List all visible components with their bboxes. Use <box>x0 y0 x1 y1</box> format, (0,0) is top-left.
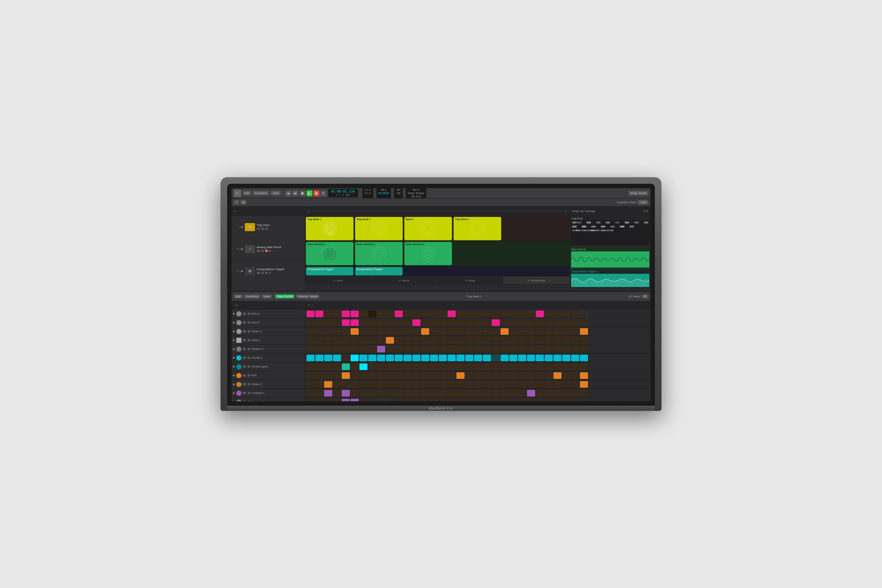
step[interactable] <box>395 310 403 317</box>
seq-m-kick2[interactable]: M <box>243 321 246 324</box>
step[interactable] <box>501 320 508 326</box>
step[interactable] <box>571 346 579 352</box>
step[interactable] <box>544 337 553 344</box>
step[interactable] <box>456 320 465 326</box>
step[interactable] <box>571 328 579 335</box>
step[interactable] <box>474 346 482 352</box>
step[interactable] <box>501 399 508 401</box>
step[interactable] <box>421 390 429 396</box>
step[interactable] <box>562 355 570 361</box>
step[interactable] <box>474 337 482 344</box>
step[interactable] <box>368 320 376 326</box>
step[interactable] <box>342 355 350 361</box>
step[interactable] <box>554 346 561 352</box>
step[interactable] <box>386 337 394 344</box>
cycle-btn[interactable]: ↻ <box>321 190 326 196</box>
step[interactable] <box>430 381 438 388</box>
step[interactable] <box>483 337 491 344</box>
seq-expand-kick1[interactable]: ▶ <box>233 312 235 315</box>
step[interactable] <box>359 399 368 401</box>
step[interactable] <box>324 310 332 317</box>
seq-m-rim[interactable]: M <box>243 374 246 376</box>
step[interactable] <box>474 390 482 396</box>
step[interactable] <box>509 363 518 370</box>
step[interactable] <box>492 328 500 335</box>
step[interactable] <box>404 337 412 344</box>
step[interactable] <box>465 355 473 361</box>
step[interactable] <box>359 320 368 326</box>
step[interactable] <box>412 328 420 335</box>
step[interactable] <box>324 355 332 361</box>
step[interactable] <box>377 310 385 317</box>
step[interactable] <box>439 346 447 352</box>
step[interactable] <box>448 346 456 352</box>
step[interactable] <box>351 381 358 388</box>
step[interactable] <box>421 328 429 335</box>
step[interactable] <box>342 372 350 379</box>
step[interactable] <box>324 337 332 344</box>
step[interactable] <box>571 372 579 379</box>
step[interactable] <box>509 346 518 352</box>
step[interactable] <box>386 310 394 317</box>
step[interactable] <box>412 320 420 326</box>
step[interactable] <box>412 381 420 388</box>
step[interactable] <box>465 381 473 388</box>
step[interactable] <box>518 320 526 326</box>
step[interactable] <box>448 355 456 361</box>
view-menu[interactable]: View <box>270 191 280 195</box>
seq-m-shaker2[interactable]: M <box>243 348 246 350</box>
seq-s-snare2[interactable]: S <box>248 383 250 386</box>
step[interactable] <box>404 355 412 361</box>
beat-cell-beat4[interactable]: Trap Beat 4 <box>453 217 501 240</box>
step[interactable] <box>518 355 526 361</box>
step[interactable] <box>333 390 341 396</box>
step[interactable] <box>527 355 535 361</box>
step[interactable] <box>333 310 341 317</box>
step[interactable] <box>404 328 412 335</box>
step[interactable] <box>536 355 544 361</box>
step[interactable] <box>342 363 350 370</box>
step[interactable] <box>536 399 544 401</box>
step[interactable] <box>421 337 429 344</box>
step[interactable] <box>465 390 473 396</box>
step[interactable] <box>456 328 465 335</box>
step[interactable] <box>492 372 500 379</box>
step[interactable] <box>571 363 579 370</box>
step[interactable] <box>580 346 588 352</box>
seq-expand-hihat-open[interactable]: ▶ <box>233 365 235 368</box>
step[interactable] <box>465 372 473 379</box>
seq-expand-rim[interactable]: ▶ <box>233 374 235 377</box>
seq-expand-snare2[interactable]: ▶ <box>233 382 235 386</box>
step[interactable] <box>342 399 350 401</box>
step[interactable] <box>324 320 332 326</box>
step[interactable] <box>580 399 588 401</box>
step[interactable] <box>351 363 358 370</box>
forward-btn[interactable]: ⏭ <box>292 190 298 196</box>
seq-s-snare1[interactable]: S <box>248 330 250 333</box>
step[interactable] <box>368 381 376 388</box>
step[interactable] <box>359 337 368 344</box>
step[interactable] <box>377 363 385 370</box>
step[interactable] <box>377 337 385 344</box>
seq-steps-dropdown[interactable]: ▼ <box>642 294 648 298</box>
step[interactable] <box>368 355 376 361</box>
seq-s-hihat1[interactable]: S <box>248 357 250 359</box>
step[interactable] <box>456 310 465 317</box>
step[interactable] <box>465 337 473 344</box>
step[interactable] <box>456 355 465 361</box>
step[interactable] <box>527 399 535 401</box>
step[interactable] <box>448 399 456 401</box>
step[interactable] <box>465 320 473 326</box>
step[interactable] <box>359 346 368 352</box>
step[interactable] <box>562 372 570 379</box>
solo-btn-26[interactable]: S <box>261 249 264 252</box>
step[interactable] <box>474 372 482 379</box>
step[interactable] <box>527 363 535 370</box>
step[interactable] <box>465 399 473 401</box>
functions-menu[interactable]: Functions <box>253 191 269 195</box>
step[interactable] <box>430 320 438 326</box>
rec-btn-27[interactable]: R <box>265 272 268 274</box>
seq-expand-cowbell1[interactable]: ▶ <box>233 392 235 395</box>
step[interactable] <box>544 328 553 335</box>
step[interactable] <box>501 346 508 352</box>
